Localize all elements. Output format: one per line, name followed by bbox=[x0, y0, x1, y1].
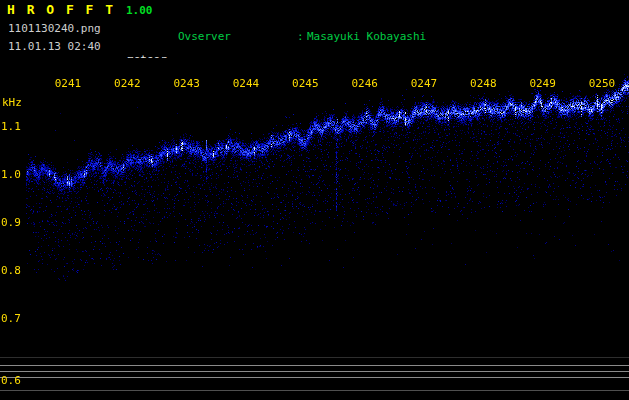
y-tick-label: 0.8 bbox=[1, 264, 21, 277]
info-label: Ovserver bbox=[178, 30, 297, 43]
x-tick-label: 0244 bbox=[229, 77, 263, 90]
x-tick-label: 0249 bbox=[526, 77, 560, 90]
y-tick-label: 0.7 bbox=[1, 312, 21, 325]
x-tick-label: 0250 bbox=[585, 77, 619, 90]
x-tick-label: 0246 bbox=[348, 77, 382, 90]
x-tick-label: 0247 bbox=[407, 77, 441, 90]
level-gridline bbox=[0, 357, 629, 358]
output-filename: 1101130240.png bbox=[8, 22, 101, 35]
app-version: 1.00 bbox=[126, 4, 153, 17]
level-gridline bbox=[0, 377, 629, 378]
spectrogram-canvas bbox=[0, 58, 629, 358]
datetime-label: 11.01.13 02:40 bbox=[8, 40, 101, 53]
y-tick-label: 1.1 bbox=[1, 120, 21, 133]
x-tick-label: 0242 bbox=[110, 77, 144, 90]
app-title: H R O F F T bbox=[7, 2, 115, 17]
x-tick-label: 0243 bbox=[170, 77, 204, 90]
info-separator: : bbox=[297, 30, 307, 43]
level-gridline bbox=[0, 390, 629, 391]
info-row-observer: Ovserver:Masayuki Kobayashi bbox=[178, 30, 618, 43]
freq-unit-label: kHz bbox=[2, 96, 22, 109]
level-gridline bbox=[0, 365, 629, 366]
level-gridline bbox=[0, 371, 629, 372]
x-tick-label: 0241 bbox=[51, 77, 85, 90]
info-value: Masayuki Kobayashi bbox=[307, 30, 426, 43]
y-tick-label: 1.0 bbox=[1, 168, 21, 181]
x-tick-label: 0245 bbox=[288, 77, 322, 90]
y-tick-label: 0.9 bbox=[1, 216, 21, 229]
x-tick-label: 0248 bbox=[466, 77, 500, 90]
hrofft-screen: H R O F F T 1.00 1101130240.png 11.01.13… bbox=[0, 0, 629, 400]
y-tick-label: 0.6 bbox=[1, 374, 21, 387]
